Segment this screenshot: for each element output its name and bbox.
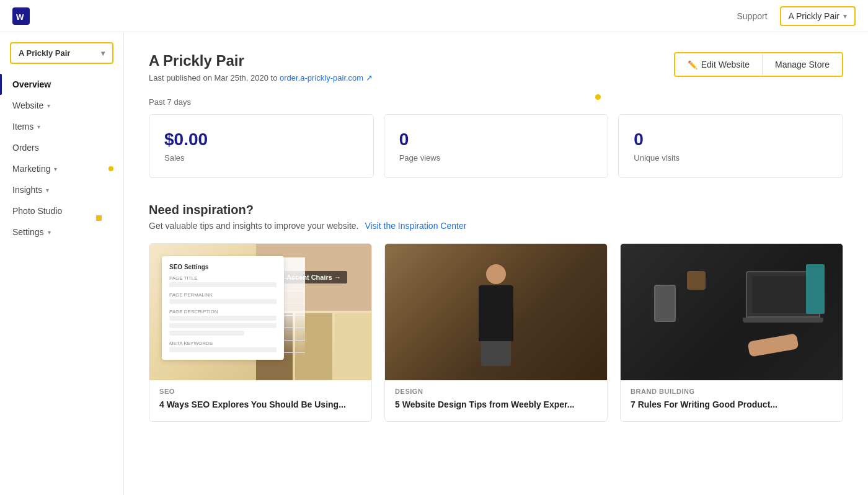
inspiration-section: Need inspiration? Get valuable tips and … — [149, 203, 843, 422]
top-nav-right: Support A Prickly Pair ▾ — [737, 6, 856, 26]
page-header-left: A Prickly Pair Last published on Mar 25t… — [149, 52, 373, 82]
article-card-design-title: 5 Website Design Tips from Weebly Exper.… — [395, 399, 597, 411]
sidebar-item-website-chevron: ▾ — [47, 102, 50, 109]
edit-website-button[interactable]: ✏️ Edit Website — [675, 53, 763, 76]
stat-label-pageviews: Page views — [399, 153, 593, 163]
sidebar-item-insights[interactable]: Insights ▾ — [0, 179, 123, 200]
sidebar-item-website-label: Website — [12, 100, 43, 110]
sidebar-item-photo-studio[interactable]: Photo Studio — [0, 200, 123, 221]
page-title: A Prickly Pair — [149, 52, 373, 69]
stat-value-pageviews: 0 — [399, 130, 593, 149]
articles-grid: SEO Settings PAGE TITLE PAGE PERMALINK P… — [149, 243, 843, 422]
edit-icon: ✏️ — [688, 60, 698, 69]
inspiration-subtitle: Get valuable tips and insights to improv… — [149, 221, 843, 231]
article-card-seo-category: SEO — [159, 388, 361, 395]
header-yellow-dot — [595, 94, 601, 100]
inspiration-cta-link[interactable]: Visit the Inspiration Center — [365, 221, 466, 231]
main-content: A Prickly Pair Last published on Mar 25t… — [124, 32, 868, 495]
top-nav: w Support A Prickly Pair ▾ — [0, 0, 868, 32]
sidebar: A Prickly Pair ▾ Overview Website ▾ Item… — [0, 32, 124, 495]
marketing-dot-indicator — [108, 166, 113, 171]
sidebar-item-orders[interactable]: Orders — [0, 137, 123, 158]
marketing-yellow-dot — [96, 215, 102, 221]
stat-label-sales: Sales — [164, 153, 358, 163]
sidebar-item-insights-chevron: ▾ — [46, 187, 49, 194]
article-card-seo-image: SEO Settings PAGE TITLE PAGE PERMALINK P… — [149, 244, 371, 380]
edit-website-label: Edit Website — [701, 60, 750, 69]
sidebar-item-overview[interactable]: Overview — [0, 74, 123, 95]
article-card-brand-category: BRAND BUILDING — [631, 388, 833, 395]
page-subtitle: Last published on Mar 25th, 2020 to orde… — [149, 73, 373, 82]
top-nav-store-selector[interactable]: A Prickly Pair ▾ — [780, 6, 856, 26]
sidebar-item-overview-label: Overview — [12, 79, 51, 89]
top-nav-store-name: A Prickly Pair — [789, 11, 839, 21]
sidebar-chevron-icon: ▾ — [101, 49, 105, 58]
manage-store-label: Manage Store — [775, 60, 830, 69]
sidebar-item-items[interactable]: Items ▾ — [0, 116, 123, 137]
page-header: A Prickly Pair Last published on Mar 25t… — [149, 52, 843, 82]
sidebar-item-settings[interactable]: Settings ▾ — [0, 221, 123, 243]
article-card-seo-title: 4 Ways SEO Explores You Should Be Using.… — [159, 399, 361, 411]
article-card-design-body: DESIGN 5 Website Design Tips from Weebly… — [385, 380, 607, 421]
stats-grid: $0.00 Sales 0 Page views 0 Unique visits — [149, 114, 843, 178]
weebly-logo: w — [12, 7, 30, 25]
top-nav-chevron-icon: ▾ — [843, 12, 847, 20]
stat-card-unique-visits: 0 Unique visits — [618, 114, 843, 178]
stats-section: Past 7 days $0.00 Sales 0 Page views 0 U… — [149, 97, 843, 178]
svg-text:w: w — [16, 11, 24, 22]
page-header-actions: ✏️ Edit Website Manage Store — [674, 52, 843, 77]
sidebar-item-orders-label: Orders — [12, 143, 39, 153]
manage-store-button[interactable]: Manage Store — [763, 53, 842, 76]
last-published-text: Last published on Mar 25th, 2020 to — [149, 73, 277, 82]
app-layout: A Prickly Pair ▾ Overview Website ▾ Item… — [0, 32, 868, 495]
sidebar-item-marketing-chevron: ▾ — [54, 166, 57, 172]
article-card-design-category: DESIGN — [395, 388, 597, 395]
article-card-design: DESIGN 5 Website Design Tips from Weebly… — [384, 243, 608, 422]
article-card-seo: SEO Settings PAGE TITLE PAGE PERMALINK P… — [149, 243, 372, 422]
sidebar-item-marketing[interactable]: Marketing ▾ — [0, 158, 123, 179]
article-card-brand: BRAND BUILDING 7 Rules For Writing Good … — [620, 243, 843, 422]
stat-value-unique-visits: 0 — [634, 130, 828, 149]
sidebar-nav: Overview Website ▾ Items ▾ Orders Market… — [0, 74, 123, 243]
site-url-link[interactable]: order.a-prickly-pair.com — [280, 73, 363, 82]
stat-card-pageviews: 0 Page views — [384, 114, 609, 178]
stat-label-unique-visits: Unique visits — [634, 153, 828, 163]
article-card-brand-title: 7 Rules For Writing Good Product... — [631, 399, 833, 411]
inspiration-subtitle-text: Get valuable tips and insights to improv… — [149, 221, 359, 231]
sidebar-store-selector[interactable]: A Prickly Pair ▾ — [10, 42, 113, 64]
article-card-brand-body: BRAND BUILDING 7 Rules For Writing Good … — [621, 380, 843, 421]
external-link-icon: ↗ — [366, 73, 373, 82]
stat-card-sales: $0.00 Sales — [149, 114, 374, 178]
stat-value-sales: $0.00 — [164, 130, 358, 149]
sidebar-item-items-label: Items — [12, 122, 33, 132]
sidebar-item-photo-studio-label: Photo Studio — [12, 206, 62, 216]
sidebar-item-settings-chevron: ▾ — [48, 229, 51, 236]
support-link[interactable]: Support — [737, 11, 767, 21]
sidebar-item-marketing-label: Marketing — [12, 164, 50, 174]
sidebar-store-name: A Prickly Pair — [19, 48, 70, 58]
sidebar-item-settings-label: Settings — [12, 227, 44, 237]
article-card-design-image — [385, 244, 607, 380]
article-card-seo-body: SEO 4 Ways SEO Explores You Should Be Us… — [149, 380, 371, 421]
inspiration-title: Need inspiration? — [149, 203, 843, 217]
stats-period: Past 7 days — [149, 97, 843, 107]
sidebar-item-insights-label: Insights — [12, 185, 42, 195]
article-card-brand-image — [621, 244, 843, 380]
sidebar-item-items-chevron: ▾ — [37, 123, 40, 130]
sidebar-item-website[interactable]: Website ▾ — [0, 95, 123, 116]
